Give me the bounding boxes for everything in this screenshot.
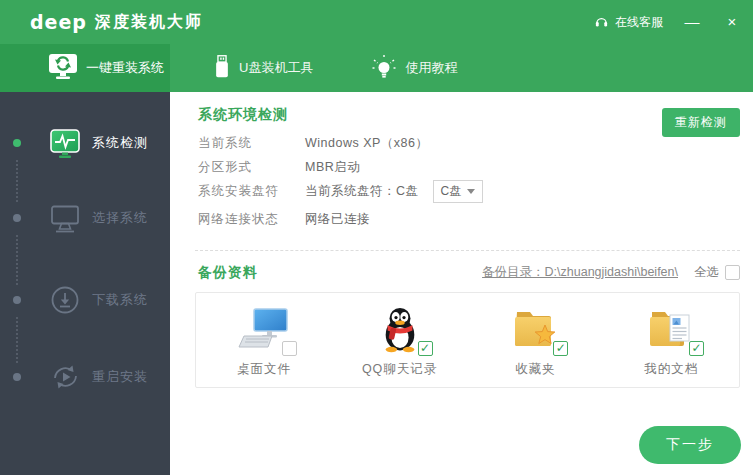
backup-item-checkbox[interactable] bbox=[282, 341, 297, 356]
backup-item-label: 我的文档 bbox=[644, 361, 698, 378]
favorites-folder-icon bbox=[512, 307, 558, 355]
row-value: 当前系统盘符：C盘 bbox=[305, 183, 419, 200]
online-service-label: 在线客服 bbox=[615, 14, 663, 31]
tab-reinstall-system[interactable]: 一键重装系统 bbox=[0, 44, 170, 92]
main-content: 系统环境检测 重新检测 当前系统 Windows XP（x86） 分区形式 MB… bbox=[170, 92, 753, 475]
backup-item-label: 收藏夹 bbox=[515, 361, 556, 378]
drive-select-value: C盘 bbox=[441, 183, 462, 200]
section-title-detection: 系统环境检测 bbox=[198, 106, 288, 124]
tab-label: 使用教程 bbox=[405, 59, 457, 77]
recheck-button[interactable]: 重新检测 bbox=[662, 108, 740, 137]
logo-text-en: deep bbox=[30, 11, 87, 33]
next-step-button[interactable]: 下一步 bbox=[639, 426, 741, 464]
step-bullet bbox=[13, 373, 21, 381]
headset-icon bbox=[594, 14, 609, 31]
backup-item-qq-history[interactable]: ✓ QQ聊天记录 bbox=[332, 293, 468, 387]
backup-item-favorites[interactable]: ✓ 收藏夹 bbox=[468, 293, 604, 387]
qq-icon bbox=[379, 305, 421, 357]
backup-header: 备份资料 备份目录：D:\zhuangjidashi\beifen\ 全选 bbox=[170, 264, 753, 282]
detection-row-network: 网络连接状态 网络已连接 bbox=[198, 210, 370, 228]
detection-row-partition: 分区形式 MBR启动 bbox=[198, 158, 360, 176]
tab-label: U盘装机工具 bbox=[239, 59, 313, 77]
app-logo: deep 深度装机大师 bbox=[30, 11, 203, 33]
drive-select-dropdown[interactable]: C盘 bbox=[433, 180, 484, 203]
step-connector bbox=[16, 317, 18, 363]
backup-item-checkbox[interactable]: ✓ bbox=[553, 341, 568, 356]
online-service-button[interactable]: 在线客服 bbox=[594, 14, 663, 31]
backup-item-checkbox[interactable]: ✓ bbox=[418, 341, 433, 356]
row-value: Windows XP（x86） bbox=[305, 135, 429, 152]
usb-drive-icon bbox=[213, 54, 231, 83]
backup-item-desktop-files[interactable]: 桌面文件 bbox=[196, 293, 332, 387]
backup-items-panel: 桌面文件 bbox=[195, 292, 740, 388]
close-button[interactable]: × bbox=[721, 11, 743, 33]
lightbulb-icon bbox=[371, 54, 397, 83]
tab-tutorial[interactable]: 使用教程 bbox=[371, 44, 457, 92]
sidebar-item-label: 选择系统 bbox=[92, 209, 148, 227]
select-all-label: 全选 bbox=[694, 264, 719, 281]
select-all-control[interactable]: 全选 bbox=[694, 264, 740, 281]
row-label: 网络连接状态 bbox=[198, 211, 305, 228]
tab-usb-tool[interactable]: U盘装机工具 bbox=[213, 44, 313, 92]
backup-item-label: 桌面文件 bbox=[237, 361, 291, 378]
backup-item-my-documents[interactable]: ✓ 我的文档 bbox=[603, 293, 739, 387]
minimize-button[interactable]: — bbox=[681, 11, 703, 33]
sidebar-item-choose-system[interactable]: 选择系统 bbox=[0, 201, 170, 235]
restart-icon bbox=[48, 361, 82, 393]
sidebar-item-label: 下载系统 bbox=[92, 291, 148, 309]
tab-label: 一键重装系统 bbox=[86, 59, 164, 77]
reinstall-monitor-refresh-icon bbox=[48, 53, 78, 83]
logo-text-cn: 深度装机大师 bbox=[95, 12, 203, 33]
row-label: 当前系统 bbox=[198, 135, 305, 152]
row-value: MBR启动 bbox=[305, 159, 360, 176]
step-bullet bbox=[13, 214, 21, 222]
select-all-checkbox[interactable] bbox=[725, 265, 740, 280]
title-bar: deep 深度装机大师 在线客服 — × bbox=[0, 0, 753, 44]
sidebar-item-system-check[interactable]: 系统检测 bbox=[0, 126, 170, 160]
system-check-icon bbox=[48, 127, 82, 159]
documents-folder-icon bbox=[648, 307, 694, 355]
chevron-down-icon bbox=[467, 189, 475, 194]
sidebar-item-download-system[interactable]: 下载系统 bbox=[0, 283, 170, 317]
steps-sidebar: 系统检测 选择系统 bbox=[0, 92, 170, 475]
sidebar-item-restart-install[interactable]: 重启安装 bbox=[0, 360, 170, 394]
titlebar-controls: 在线客服 — × bbox=[594, 11, 743, 33]
section-title-backup: 备份资料 bbox=[198, 264, 258, 282]
step-connector bbox=[16, 160, 18, 202]
backup-item-checkbox[interactable]: ✓ bbox=[689, 341, 704, 356]
step-bullet bbox=[13, 139, 21, 147]
backup-item-label: QQ聊天记录 bbox=[362, 361, 437, 378]
dashed-divider bbox=[195, 250, 740, 251]
sidebar-item-label: 系统检测 bbox=[92, 134, 148, 152]
detection-row-install-drive: 系统安装盘符 当前系统盘符：C盘 C盘 bbox=[198, 182, 483, 200]
tab-bar: 一键重装系统 U盘装机工具 bbox=[0, 44, 753, 92]
app-window: deep 深度装机大师 在线客服 — × bbox=[0, 0, 753, 475]
backup-directory-link[interactable]: 备份目录：D:\zhuangjidashi\beifen\ bbox=[482, 264, 678, 281]
detection-row-current-system: 当前系统 Windows XP（x86） bbox=[198, 134, 429, 152]
choose-system-monitor-icon bbox=[48, 202, 82, 234]
download-icon bbox=[48, 284, 82, 316]
row-value: 网络已连接 bbox=[305, 211, 370, 228]
row-label: 系统安装盘符 bbox=[198, 183, 305, 200]
sidebar-item-label: 重启安装 bbox=[92, 368, 148, 386]
step-bullet bbox=[13, 296, 21, 304]
row-label: 分区形式 bbox=[198, 159, 305, 176]
step-connector bbox=[16, 235, 18, 285]
